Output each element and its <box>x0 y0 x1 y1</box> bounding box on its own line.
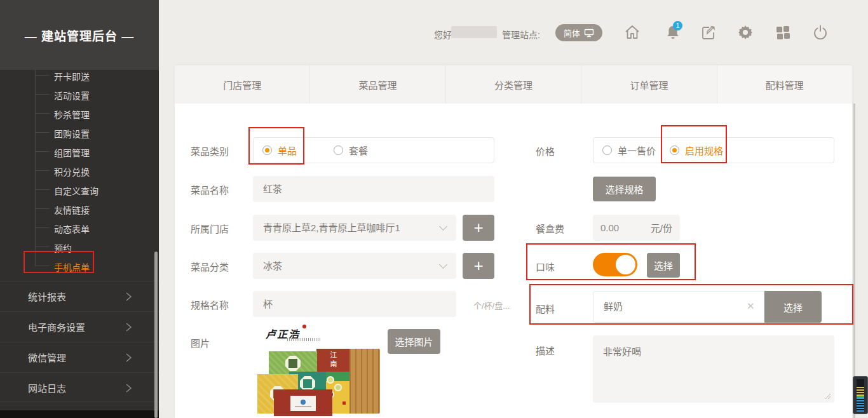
tab-order-management[interactable]: 订单管理 <box>581 65 717 104</box>
spec-name-hint: 个/杯/盘... <box>473 299 510 311</box>
flavor-choose-button[interactable]: 选择 <box>647 253 680 278</box>
radio-single-item[interactable]: 单品 <box>262 144 297 157</box>
sidebar-item-flash-sale[interactable]: 秒杀管理 <box>54 108 143 119</box>
dish-name-label: 菜品名称 <box>191 183 229 196</box>
sidebar-scrollbar[interactable] <box>154 252 158 418</box>
sidebar-item-dynamic-form[interactable]: 动态表单 <box>54 222 143 234</box>
choose-spec-button[interactable]: 选择规格 <box>593 177 656 201</box>
sidebar-header: — 建站管理后台 — <box>0 0 159 70</box>
radio-enable-spec[interactable]: 启用规格 <box>670 144 723 157</box>
ingredient-choose-button[interactable]: 选择 <box>764 291 822 323</box>
dish-class-label: 菜品分类 <box>191 260 229 273</box>
settings-gear-icon[interactable] <box>737 24 754 41</box>
clear-icon[interactable]: ✕ <box>747 300 755 312</box>
tab-dish-management[interactable]: 菜品管理 <box>310 65 445 104</box>
radio-set-meal[interactable]: 套餐 <box>334 144 368 157</box>
sidebar-item-group-manage[interactable]: 组团管理 <box>54 146 143 158</box>
box-fee-label: 餐盒费 <box>536 222 564 235</box>
description-label: 描述 <box>536 344 555 357</box>
language-site-button[interactable]: 简体 <box>555 24 602 41</box>
dish-category-radio-group: 单品 套餐 <box>253 137 494 163</box>
overlay-widget <box>853 376 868 414</box>
radio-dot <box>602 145 612 155</box>
sidebar-tree-line <box>35 70 36 266</box>
radio-single-price[interactable]: 单一售价 <box>602 144 656 157</box>
logo-red-dot-icon <box>302 325 306 328</box>
choose-image-button[interactable]: 选择图片 <box>388 329 440 354</box>
flavor-toggle[interactable] <box>593 253 637 276</box>
radio-dot <box>262 145 272 155</box>
dish-name-input[interactable]: 红茶 <box>253 176 494 202</box>
dish-image-preview: 江南 <box>256 344 383 416</box>
chevron-down-icon <box>439 222 447 231</box>
apps-grid-icon[interactable] <box>775 24 791 41</box>
content-scrollbar[interactable] <box>853 104 855 418</box>
sidebar-section-wechat[interactable]: 微信管理 <box>0 342 159 372</box>
radio-dot <box>670 145 679 155</box>
power-logout-icon[interactable] <box>812 24 829 41</box>
add-store-button[interactable]: + <box>463 215 494 241</box>
box-fee-input[interactable]: 0.00 元/份 <box>593 215 680 241</box>
annotation-box-mobile-ordering <box>24 251 94 273</box>
sidebar-item-card-gift[interactable]: 开卡即送 <box>54 70 143 81</box>
sidebar-section-site-logs[interactable]: 网站日志 <box>0 372 159 403</box>
sidebar-item-activity-settings[interactable]: 活动设置 <box>54 89 143 100</box>
tab-ingredient-management[interactable]: 配料管理 <box>717 65 852 104</box>
monitor-icon <box>584 29 594 37</box>
chevron-down-icon <box>439 260 447 269</box>
sidebar-item-group-buy[interactable]: 团购设置 <box>54 127 143 138</box>
flavor-label: 口味 <box>536 260 555 273</box>
add-class-button[interactable]: + <box>463 253 494 279</box>
content-panel: 门店管理 菜品管理 分类管理 订单管理 配料管理 菜品类别 单品 套餐 菜品名称… <box>175 65 852 418</box>
description-textarea[interactable]: 非常好喝 <box>593 335 834 403</box>
spec-name-label: 规格名称 <box>191 298 229 311</box>
dish-class-select[interactable]: 冰茶 <box>253 253 456 279</box>
greeting-text: 您好 <box>434 28 452 41</box>
store-select[interactable]: 青青原上草2,青青原上草咖啡厅1 <box>253 215 456 241</box>
store-label: 所属门店 <box>191 222 229 235</box>
sidebar-item-friend-links[interactable]: 友情链接 <box>54 203 143 215</box>
price-label: 价格 <box>536 144 555 158</box>
ingredient-label: 配料 <box>536 302 555 315</box>
edit-icon[interactable] <box>700 24 717 41</box>
home-icon[interactable] <box>624 24 641 41</box>
sidebar-section-ecommerce[interactable]: 电子商务设置 <box>0 311 159 342</box>
dish-category-label: 菜品类别 <box>191 144 229 158</box>
price-radio-group: 单一售价 启用规格 <box>593 137 834 163</box>
resize-handle-icon[interactable] <box>824 393 831 400</box>
sidebar: — 建站管理后台 — 开卡即送 活动设置 秒杀管理 团购设置 组团管理 积分兑换… <box>0 0 159 418</box>
chevron-right-icon <box>123 322 133 332</box>
sidebar-item-custom-query[interactable]: 自定义查询 <box>54 184 143 196</box>
app-title: — 建站管理后台 — <box>25 27 135 44</box>
notification-badge: 1 <box>673 21 682 30</box>
username-redacted <box>451 26 497 38</box>
radio-dot <box>334 145 343 155</box>
chevron-right-icon <box>123 383 133 393</box>
chevron-right-icon <box>123 353 133 363</box>
ingredient-input[interactable]: 鲜奶 <box>593 291 764 323</box>
tab-store-management[interactable]: 门店管理 <box>175 65 310 104</box>
chevron-right-icon <box>123 292 133 302</box>
tab-category-management[interactable]: 分类管理 <box>446 65 581 104</box>
sidebar-section-statistics[interactable]: 统计报表 <box>0 281 159 311</box>
image-label: 图片 <box>191 336 210 349</box>
notifications-bell-icon[interactable]: 1 <box>665 24 681 41</box>
sidebar-item-points-exchange[interactable]: 积分兑换 <box>54 165 143 177</box>
spec-name-input[interactable]: 杯 <box>253 291 456 317</box>
tab-bar: 门店管理 菜品管理 分类管理 订单管理 配料管理 <box>175 65 852 104</box>
manage-site-label: 管理站点: <box>502 28 540 41</box>
